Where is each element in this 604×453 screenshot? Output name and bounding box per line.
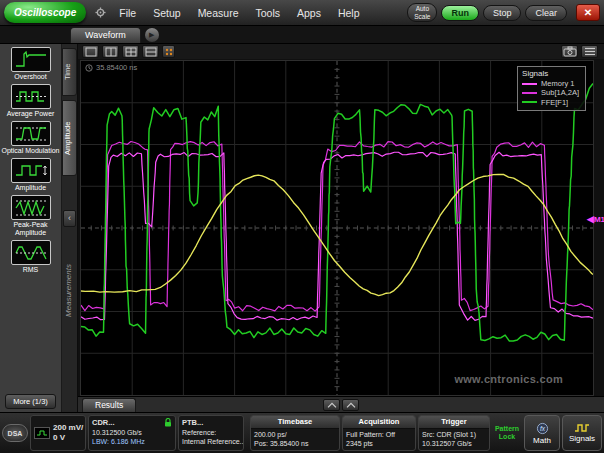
rms-label: RMS: [23, 266, 39, 274]
more-measurements-button[interactable]: More (1/3): [5, 394, 56, 409]
ffef1-color-swatch: [522, 101, 537, 103]
waveform-display[interactable]: 35.85400 ns Signals Memory 1 Sub[1A,2A]: [80, 60, 594, 396]
menu-file[interactable]: File: [111, 3, 144, 23]
sidebar-collapse-button[interactable]: ‹: [63, 210, 76, 227]
status-bar: DSA 200 mV/ 0 V CDR... 10.312500 Gb/s LB…: [0, 412, 604, 453]
amplitude-label: Amplitude: [15, 184, 46, 192]
average-power-label: Average Power: [7, 110, 55, 118]
measurements-panel-label: Measurements: [64, 264, 73, 317]
sub1a2a-color-swatch: [522, 92, 537, 94]
menu-measure[interactable]: Measure: [190, 3, 247, 23]
settings-gear-icon[interactable]: [95, 7, 106, 18]
expand-results-full-button[interactable]: [342, 399, 359, 411]
dsa-badge[interactable]: DSA: [2, 424, 28, 442]
layout-quad-button[interactable]: [122, 45, 139, 58]
channel-offset: 0 V: [53, 433, 83, 443]
menu-tools[interactable]: Tools: [247, 3, 288, 23]
measurement-rms[interactable]: RMS: [2, 240, 60, 274]
sub1a2a-label: Sub[1A,2A]: [541, 88, 579, 97]
optical-modulation-icon: [11, 121, 51, 146]
trigger-title: Trigger: [419, 416, 489, 429]
timebase-position: Pos: 35.85400 ns: [254, 439, 336, 448]
signals-icon: [574, 423, 590, 433]
menu-setup[interactable]: Setup: [145, 3, 188, 23]
plot-menu-hamburger-button[interactable]: [581, 45, 598, 58]
acquisition-title: Acquisition: [343, 416, 415, 429]
layout-stacked-button[interactable]: [142, 45, 159, 58]
tab-time[interactable]: Time: [62, 48, 77, 96]
legend-row-ffef1: FFE[F1]: [522, 98, 579, 107]
marker-m1[interactable]: ◀ M1: [587, 215, 604, 224]
measurement-average-power[interactable]: Average Power: [2, 84, 60, 118]
overshoot-label: Overshoot: [14, 73, 46, 81]
timebase-panel[interactable]: Timebase 200.00 ps/ Pos: 35.85400 ns: [250, 415, 340, 451]
cdr-panel[interactable]: CDR... 10.312500 Gb/s LBW: 6.186 MHz: [88, 415, 176, 451]
document-tab-bar: Waveform ▶: [0, 26, 604, 44]
measurement-amplitude[interactable]: Amplitude: [2, 158, 60, 192]
tab-results[interactable]: Results: [82, 398, 136, 412]
cdr-rate: 10.312500 Gb/s: [92, 428, 172, 437]
memory1-label: Memory 1: [541, 79, 574, 88]
svg-text:fx: fx: [539, 424, 545, 431]
cdr-title: CDR...: [92, 418, 115, 428]
ptb-reference-value: Internal Reference...: [182, 437, 240, 446]
menu-bar: Oscilloscope File Setup Measure Tools Ap…: [0, 0, 604, 26]
tab-play-icon[interactable]: ▶: [145, 28, 159, 42]
optical-modulation-label: Optical Modulation: [2, 147, 60, 155]
results-bar: Results: [78, 396, 604, 412]
channel-panel[interactable]: 200 mV/ 0 V: [30, 415, 86, 451]
signals-legend: Signals Memory 1 Sub[1A,2A] FFE[F1]: [517, 66, 586, 111]
amplitude-icon: [11, 158, 51, 183]
timestamp-value: 35.85400 ns: [96, 63, 137, 72]
marker-m1-label: M1: [594, 215, 604, 224]
timebase-scale: 200.00 ps/: [254, 430, 336, 439]
measurement-overshoot[interactable]: Overshoot: [2, 47, 60, 81]
plot-wrapper: 35.85400 ns Signals Memory 1 Sub[1A,2A]: [80, 60, 594, 396]
timebase-position-readout: 35.85400 ns: [85, 63, 137, 72]
menu-help[interactable]: Help: [330, 3, 368, 23]
screenshot-camera-button[interactable]: [561, 45, 578, 58]
acquisition-points: 2345 pts: [346, 439, 412, 448]
layout-split-button[interactable]: [102, 45, 119, 58]
tab-waveform[interactable]: Waveform: [70, 27, 141, 43]
measurement-peak-peak-amplitude[interactable]: Peak-Peak Amplitude: [2, 195, 60, 237]
auto-scale-line2: Scale: [414, 13, 430, 20]
signals-button[interactable]: Signals: [562, 415, 602, 451]
trigger-rate: 10.312507 Gb/s: [422, 439, 486, 448]
color-grade-dots-button[interactable]: [162, 45, 175, 58]
plot-toolbar: [78, 44, 604, 59]
legend-title: Signals: [522, 69, 579, 78]
memory1-color-swatch: [522, 83, 537, 85]
lock-icon: [164, 418, 172, 427]
channel-trace-icon: [34, 427, 50, 439]
menu-apps[interactable]: Apps: [289, 3, 329, 23]
math-label: Math: [533, 436, 551, 445]
clock-icon: [85, 64, 93, 72]
run-button[interactable]: Run: [441, 5, 479, 21]
ptb-panel[interactable]: PTB... Reference: Internal Reference...: [178, 415, 244, 451]
average-power-icon: [11, 84, 51, 109]
ffef1-label: FFE[F1]: [541, 98, 568, 107]
channel-scale: 200 mV/: [53, 423, 83, 433]
expand-results-button[interactable]: [323, 399, 340, 411]
ptb-reference-label: Reference:: [182, 428, 240, 437]
auto-scale-button[interactable]: Auto Scale: [407, 3, 437, 22]
legend-row-sub1a2a: Sub[1A,2A]: [522, 88, 579, 97]
trigger-source: Src: CDR (Slot 1): [422, 430, 486, 439]
tab-amplitude[interactable]: Amplitude: [62, 100, 77, 176]
trigger-panel[interactable]: Trigger Src: CDR (Slot 1) 10.312507 Gb/s: [418, 415, 490, 451]
measurement-optical-modulation[interactable]: Optical Modulation: [2, 121, 60, 155]
acquisition-panel[interactable]: Acquisition Full Pattern: Off 2345 pts: [342, 415, 416, 451]
watermark-text: www.cntronics.com: [454, 373, 563, 385]
math-button[interactable]: fx Math: [524, 415, 560, 451]
close-window-button[interactable]: ✕: [576, 4, 600, 21]
sidebar-category-tabs: Time Amplitude ‹ Measurements: [62, 44, 78, 412]
marker-arrow-icon: ◀: [587, 215, 594, 224]
rms-icon: [11, 240, 51, 265]
clear-button[interactable]: Clear: [525, 5, 567, 21]
math-icon: fx: [536, 422, 549, 435]
layout-single-button[interactable]: [82, 45, 99, 58]
oscilloscope-app: Oscilloscope File Setup Measure Tools Ap…: [0, 0, 604, 453]
stop-button[interactable]: Stop: [483, 5, 522, 21]
timebase-title: Timebase: [251, 416, 339, 429]
